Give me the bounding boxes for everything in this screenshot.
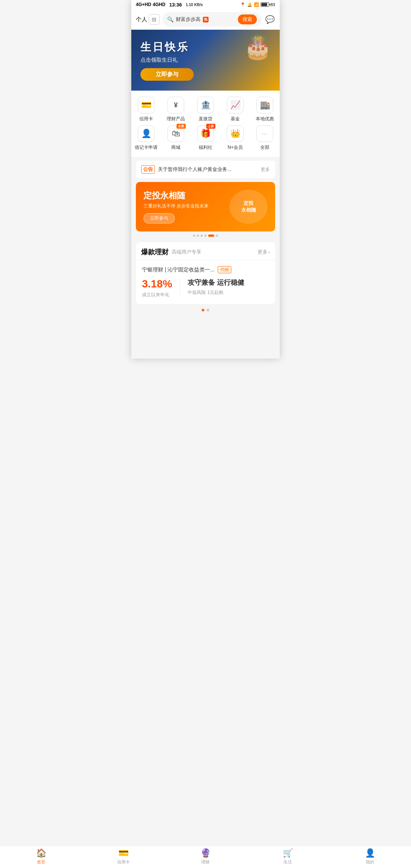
promo-banner[interactable]: 定投永相随 三重好礼送不停 步步生金投未来 立即参与 定投永相随 bbox=[136, 182, 275, 231]
card-dot-1 bbox=[207, 309, 209, 311]
banner-decoration: 🎂 bbox=[244, 34, 272, 61]
card-dots bbox=[131, 304, 280, 313]
signal1: 4G+HD bbox=[136, 2, 151, 7]
speed: 1.10 KB/s bbox=[186, 3, 203, 7]
banner-title: 生日快乐 bbox=[140, 40, 189, 54]
promo-dot-3 bbox=[204, 235, 207, 237]
notice-tag: 公告 bbox=[141, 165, 155, 174]
hot-wealth-sub: 高端用户专享 bbox=[172, 249, 201, 255]
menu-item-mall[interactable]: 🛍 全新 商城 bbox=[162, 125, 189, 151]
message-icon[interactable]: 💬 bbox=[264, 14, 275, 25]
banner-subtitle: 点击领取生日礼 bbox=[140, 57, 178, 64]
menu-item-loan[interactable]: 🏦 直接贷 bbox=[192, 97, 219, 122]
local-icon: 🏬 bbox=[256, 97, 273, 113]
mall-badge: 全新 bbox=[177, 124, 186, 129]
menu-item-fund[interactable]: 📈 基金 bbox=[222, 97, 249, 122]
chevron-right-icon: › bbox=[268, 249, 270, 255]
user-icon: ⊟ bbox=[149, 14, 159, 25]
local-label: 本地优惠 bbox=[256, 116, 274, 122]
promo-dot-1 bbox=[197, 235, 199, 237]
promo-title: 定投永相随 bbox=[143, 190, 209, 201]
notice-more[interactable]: 更多 bbox=[261, 166, 270, 173]
welfare-label: 福利社 bbox=[199, 144, 212, 151]
menu-item-local[interactable]: 🏬 本地优惠 bbox=[252, 97, 278, 122]
debit-label: 借记卡申请 bbox=[135, 144, 158, 151]
welfare-badge: 上新 bbox=[206, 124, 215, 129]
search-icon: 🔍 bbox=[167, 16, 174, 22]
product-card[interactable]: 宁银理财 | 沁宁固定收益类一... 代销 3.18% 成立以来年化 攻守兼备 … bbox=[136, 260, 275, 304]
hot-wealth-more[interactable]: 更多 › bbox=[258, 249, 270, 255]
promo-cta-button[interactable]: 立即参与 bbox=[143, 213, 175, 223]
nplus-label: N+会员 bbox=[228, 144, 243, 151]
search-placeholder-text: 财富步步高 bbox=[176, 16, 201, 23]
product-rate: 3.18% bbox=[142, 278, 172, 290]
hot-badge: 热 bbox=[203, 17, 209, 22]
welfare-icon: 🎁 上新 bbox=[197, 125, 214, 142]
wifi-icon: 📶 bbox=[254, 2, 259, 7]
menu-item-debit[interactable]: 👤 借记卡申请 bbox=[133, 125, 159, 151]
promo-subtitle: 三重好礼送不停 步步生金投未来 bbox=[143, 203, 209, 209]
wealth-icon: ¥ bbox=[167, 97, 184, 113]
nplus-icon: 👑 bbox=[227, 125, 244, 142]
birthday-banner[interactable]: 生日快乐 点击领取生日礼 立即参与 🎂 bbox=[131, 30, 280, 91]
search-button[interactable]: 搜索 bbox=[238, 14, 257, 24]
promo-dot-2 bbox=[201, 235, 203, 237]
user-label: 个人 bbox=[136, 16, 147, 23]
time: 13:36 bbox=[169, 2, 182, 8]
notice-bar[interactable]: 公告 关于暂停我行个人账户黄金业务... 更多 bbox=[136, 161, 275, 178]
mall-label: 商城 bbox=[171, 144, 180, 151]
promo-dot-4 bbox=[208, 235, 214, 237]
product-detail: 中低风险 1元起购 bbox=[188, 289, 269, 296]
menu-row-2: 👤 借记卡申请 🛍 全新 商城 🎁 上新 福利社 👑 N+会员 bbox=[131, 125, 280, 151]
fund-icon: 📈 bbox=[227, 97, 244, 113]
product-tag: 代销 bbox=[218, 266, 231, 273]
banner-cta-button[interactable]: 立即参与 bbox=[140, 68, 194, 81]
debit-icon: 👤 bbox=[138, 125, 155, 142]
quick-menu: 💳 信用卡 ¥ 理财产品 🏦 直接贷 📈 基金 🏬 本地优惠 👤 bbox=[131, 91, 280, 157]
hot-wealth-header: 爆款理财 高端用户专享 更多 › bbox=[136, 242, 275, 260]
promo-dot-0 bbox=[193, 235, 195, 237]
battery-pct: 83 bbox=[271, 2, 275, 7]
card-dot-0 bbox=[202, 309, 204, 311]
mall-icon: 🛍 全新 bbox=[167, 125, 184, 142]
menu-row-1: 💳 信用卡 ¥ 理财产品 🏦 直接贷 📈 基金 🏬 本地优惠 bbox=[131, 97, 280, 122]
credit-card-icon: 💳 bbox=[138, 97, 155, 113]
menu-item-credit-card[interactable]: 💳 信用卡 bbox=[133, 97, 159, 122]
wealth-label: 理财产品 bbox=[167, 116, 185, 122]
loan-icon: 🏦 bbox=[197, 97, 214, 113]
promo-dot-5 bbox=[216, 235, 218, 237]
promo-dots bbox=[131, 231, 280, 238]
hot-wealth-title: 爆款理财 bbox=[141, 247, 169, 257]
user-button[interactable]: 个人 ⊟ bbox=[136, 14, 159, 25]
fund-label: 基金 bbox=[231, 116, 240, 122]
battery-indicator bbox=[261, 2, 269, 7]
search-bar[interactable]: 🔍 财富步步高 热 搜索 bbox=[162, 12, 261, 27]
all-icon: ··· bbox=[256, 125, 273, 142]
notification-icon: 🔔 bbox=[247, 2, 252, 7]
menu-item-welfare[interactable]: 🎁 上新 福利社 bbox=[192, 125, 219, 151]
menu-item-all[interactable]: ··· 全部 bbox=[252, 125, 278, 151]
credit-card-label: 信用卡 bbox=[139, 116, 153, 122]
product-rate-label: 成立以来年化 bbox=[142, 292, 172, 298]
notice-text: 关于暂停我行个人账户黄金业务... bbox=[158, 166, 258, 173]
product-name: 宁银理财 | 沁宁固定收益类一... bbox=[142, 266, 215, 273]
header: 个人 ⊟ 🔍 财富步步高 热 搜索 💬 bbox=[131, 9, 280, 30]
status-bar: 4G+HD 4GHD 13:36 1.10 KB/s 📍 🔔 📶 83 bbox=[131, 0, 280, 9]
product-slogan: 攻守兼备 运行稳健 bbox=[188, 278, 269, 287]
menu-item-wealth[interactable]: ¥ 理财产品 bbox=[162, 97, 189, 122]
loan-label: 直接贷 bbox=[199, 116, 212, 122]
promo-right-circle: 定投永相随 bbox=[229, 190, 268, 224]
menu-item-nplus[interactable]: 👑 N+会员 bbox=[222, 125, 249, 151]
signal2: 4GHD bbox=[153, 2, 165, 7]
location-icon: 📍 bbox=[240, 2, 245, 7]
all-label: 全部 bbox=[260, 144, 269, 151]
